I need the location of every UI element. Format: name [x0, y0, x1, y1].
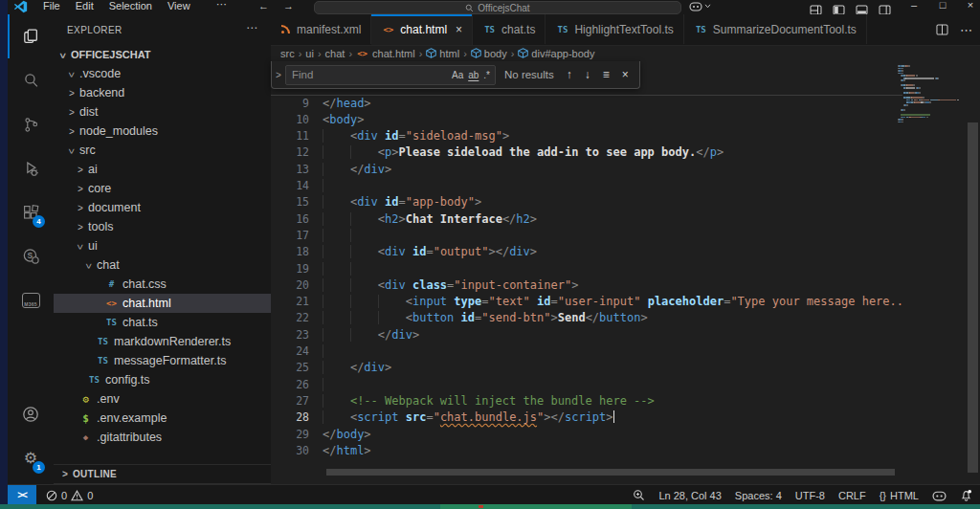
- menu-edit[interactable]: Edit: [69, 0, 100, 12]
- menu-overflow-icon[interactable]: ⋯: [216, 0, 227, 11]
- close-tab-icon[interactable]: ×: [456, 23, 462, 36]
- forward-icon[interactable]: →: [283, 0, 294, 11]
- code-line-11[interactable]: 11 <div id="sideload-msg">: [271, 128, 902, 144]
- close-window-icon[interactable]: ×: [962, 0, 979, 11]
- tab-SummarizeDocumentTool.ts[interactable]: TSSummarizeDocumentTool.ts: [684, 14, 867, 44]
- s-extension-activity-icon[interactable]: S: [8, 234, 54, 278]
- tree-item-chat.ts[interactable]: TSchat.ts: [54, 313, 271, 332]
- breadcrumb-item-chat[interactable]: chat: [325, 48, 345, 59]
- breadcrumb-item-src[interactable]: src: [280, 48, 295, 59]
- maximize-icon[interactable]: □: [934, 0, 951, 11]
- minimap[interactable]: [895, 61, 964, 253]
- account-icon[interactable]: [8, 392, 54, 436]
- tab-chat.html[interactable]: <>chat.html×: [371, 14, 473, 45]
- breadcrumb-item-body[interactable]: body: [484, 48, 507, 59]
- code-line-15[interactable]: 15 <div id="app-body">: [271, 194, 902, 210]
- code-line-29[interactable]: 29</body>: [271, 427, 902, 443]
- toggle-replace-icon[interactable]: >: [272, 70, 285, 80]
- tree-item-src[interactable]: >src: [54, 141, 271, 160]
- tree-item-config.ts[interactable]: TSconfig.ts: [54, 370, 271, 389]
- language-mode[interactable]: {}HTML: [880, 490, 919, 501]
- copilot-status-icon[interactable]: [932, 490, 947, 501]
- tree-item-chat[interactable]: >chat: [54, 255, 271, 275]
- tree-item-markdownRenderer.ts[interactable]: TSmarkdownRenderer.ts: [54, 332, 271, 351]
- search-activity-icon[interactable]: [8, 58, 54, 102]
- next-match-icon[interactable]: ↓: [585, 68, 590, 81]
- horizontal-scrollbar[interactable]: [271, 469, 980, 476]
- regex-icon[interactable]: .*: [483, 70, 490, 80]
- code-line-19[interactable]: 19: [271, 261, 902, 277]
- split-editor-icon[interactable]: [936, 24, 948, 35]
- code-line-20[interactable]: 20 <div class="input-container">: [271, 277, 902, 294]
- menu-selection[interactable]: Selection: [102, 0, 159, 12]
- code-line-13[interactable]: 13 </div>: [271, 162, 902, 178]
- close-find-icon[interactable]: ×: [622, 68, 629, 81]
- find-in-selection-icon[interactable]: ≡: [603, 68, 610, 81]
- breadcrumb-item-html[interactable]: html: [439, 48, 459, 59]
- code-line-30[interactable]: 30</html>: [271, 443, 902, 459]
- extensions-activity-icon[interactable]: 4: [8, 190, 54, 234]
- indentation-status[interactable]: Spaces: 4: [735, 490, 782, 501]
- breadcrumb-item-div#app-body[interactable]: div#app-body: [531, 48, 594, 59]
- code-line-18[interactable]: 18 <div id="output"></div>: [271, 244, 902, 260]
- whole-word-icon[interactable]: ab: [468, 70, 479, 80]
- find-input[interactable]: Find Aa ab .*: [285, 65, 496, 85]
- tree-item-node_modules[interactable]: >node_modules: [54, 122, 271, 141]
- code-line-24[interactable]: 24: [271, 343, 902, 360]
- m365-activity-icon[interactable]: M365: [8, 278, 54, 322]
- tree-item-dist[interactable]: >dist: [54, 102, 271, 122]
- tree-item-.env.example[interactable]: $.env.example: [54, 409, 271, 428]
- tree-item-ui[interactable]: >ui: [54, 236, 271, 255]
- explorer-activity-icon[interactable]: [8, 14, 54, 58]
- cursor-position[interactable]: Ln 28, Col 43: [658, 490, 721, 501]
- settings-gear-icon[interactable]: ⚙ 1: [8, 436, 54, 480]
- tab-more-actions-icon[interactable]: ⋯: [960, 23, 972, 37]
- tree-root[interactable]: >OFFICEJSCHAT: [54, 45, 271, 64]
- code-line-9[interactable]: 9</head>: [271, 96, 902, 112]
- outline-section[interactable]: > OUTLINE: [54, 464, 271, 483]
- copilot-menu[interactable]: [689, 1, 711, 11]
- problems-status[interactable]: 0 0: [46, 485, 93, 504]
- tree-item-messageFormatter.ts[interactable]: TSmessageFormatter.ts: [54, 351, 271, 370]
- menu-view[interactable]: View: [161, 0, 197, 12]
- remote-indicator[interactable]: ><: [8, 485, 36, 504]
- tree-item-.env[interactable]: ⚙.env: [54, 389, 271, 409]
- source-control-activity-icon[interactable]: [8, 102, 54, 146]
- tree-item-backend[interactable]: >backend: [54, 83, 271, 102]
- previous-match-icon[interactable]: ↑: [567, 68, 572, 81]
- code-line-10[interactable]: 10<body>: [271, 112, 902, 128]
- code-line-23[interactable]: 23 </div>: [271, 327, 902, 343]
- code-line-28[interactable]: 28 <script src="chat.bundle.js"></script…: [271, 409, 902, 426]
- run-debug-activity-icon[interactable]: [8, 146, 54, 190]
- breadcrumb-item-ui[interactable]: ui: [305, 48, 314, 59]
- code-line-21[interactable]: 21 <input type="text" id="user-input" pl…: [271, 294, 902, 310]
- tab-chat.ts[interactable]: TSchat.ts: [473, 14, 546, 44]
- code-line-17[interactable]: 17: [271, 228, 902, 244]
- tab-HighlightTextTool.ts[interactable]: TSHighlightTextTool.ts: [546, 14, 683, 44]
- code-line-12[interactable]: 12 <p>Please sideload the add-in to see …: [271, 144, 902, 161]
- tree-item-core[interactable]: >core: [54, 179, 271, 198]
- breadcrumb-item-chat.html[interactable]: chat.html: [372, 48, 415, 59]
- match-case-icon[interactable]: Aa: [452, 70, 463, 80]
- code-line-26[interactable]: 26: [271, 377, 902, 393]
- tree-item-.vscode[interactable]: >.vscode: [54, 64, 271, 83]
- zoom-icon[interactable]: [633, 489, 645, 501]
- eol-status[interactable]: CRLF: [838, 490, 866, 501]
- notifications-bell-icon[interactable]: [960, 489, 972, 501]
- tab-manifest.xml[interactable]: manifest.xml: [271, 14, 371, 44]
- encoding-status[interactable]: UTF-8: [795, 490, 825, 501]
- code-line-16[interactable]: 16 <h2>Chat Interface</h2>: [271, 211, 902, 228]
- tree-item-tools[interactable]: >tools: [54, 217, 271, 236]
- code-line-22[interactable]: 22 <button id="send-btn">Send</button>: [271, 310, 902, 326]
- vertical-scrollbar[interactable]: [967, 61, 979, 482]
- menu-file[interactable]: File: [36, 0, 67, 12]
- back-icon[interactable]: ←: [258, 0, 269, 11]
- tree-item-document[interactable]: >document: [54, 198, 271, 217]
- code-line-27[interactable]: 27 <!-- Webpack will inject the bundle h…: [271, 393, 902, 409]
- minimize-icon[interactable]: –: [905, 0, 923, 11]
- tree-item-ai[interactable]: >ai: [54, 160, 271, 179]
- tree-item-.gitattributes[interactable]: ◆.gitattributes: [54, 428, 271, 447]
- code-line-14[interactable]: 14: [271, 178, 902, 194]
- explorer-actions-icon[interactable]: ⋯: [246, 21, 257, 34]
- code-line-25[interactable]: 25 </div>: [271, 360, 902, 376]
